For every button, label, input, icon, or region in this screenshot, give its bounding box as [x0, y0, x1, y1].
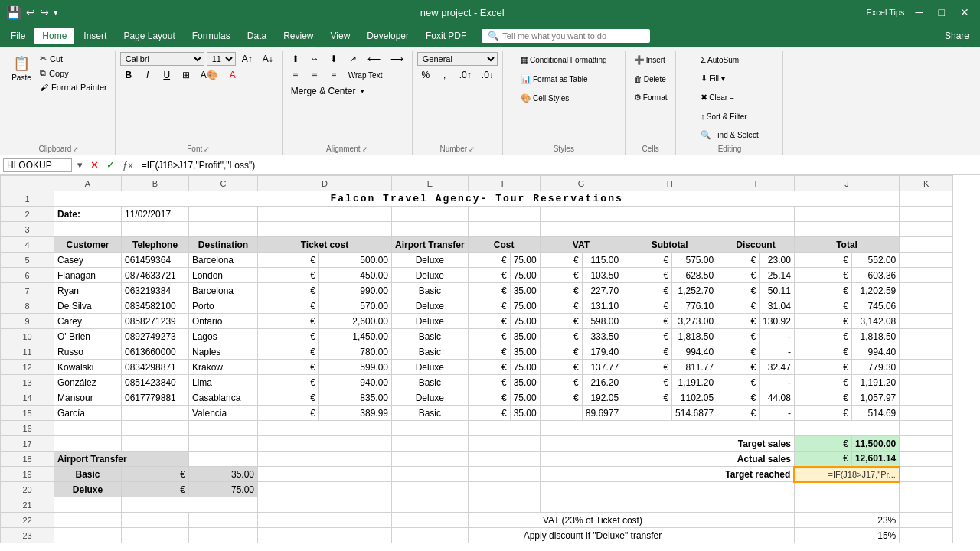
row-header-2[interactable]: 2: [1, 207, 54, 222]
cell-C4[interactable]: Destination: [189, 237, 258, 253]
cell-C14[interactable]: Casablanca: [189, 390, 258, 406]
cell-K19[interactable]: [900, 467, 953, 482]
cell-G4[interactable]: VAT: [540, 237, 622, 253]
cell-Je14[interactable]: €: [794, 390, 851, 406]
cell-D8[interactable]: 570.00: [319, 298, 392, 314]
cell-C16[interactable]: [189, 421, 258, 436]
cell-F23[interactable]: Apply discount if "Deluxe" transfer: [468, 528, 717, 543]
cell-Ge15[interactable]: [540, 406, 582, 421]
cell-E17[interactable]: [392, 436, 469, 452]
align-top-button[interactable]: ⬆: [287, 52, 304, 66]
cell-Ge14[interactable]: €: [540, 390, 582, 406]
cancel-formula-button[interactable]: ✕: [88, 159, 101, 171]
cell-E8[interactable]: Deluxe: [392, 298, 469, 314]
cell-Je17[interactable]: €: [794, 436, 851, 452]
sort-filter-button[interactable]: ↕ Sort & Filter: [697, 109, 750, 124]
cell-D20[interactable]: [258, 482, 392, 497]
number-expand-icon[interactable]: ⤢: [469, 145, 475, 153]
decrease-decimal-button[interactable]: .0↓: [478, 68, 498, 82]
cell-J8[interactable]: 745.06: [851, 298, 899, 314]
cell-J20[interactable]: [794, 482, 899, 497]
cell-A11[interactable]: Russo: [54, 344, 122, 360]
cell-Ie10[interactable]: €: [717, 329, 760, 344]
cell-I13[interactable]: -: [760, 375, 795, 390]
cell-G6[interactable]: 103.50: [582, 268, 622, 283]
copy-button[interactable]: ⧉ Copy: [37, 67, 110, 80]
cell-K3[interactable]: [900, 222, 953, 237]
font-expand-icon[interactable]: ⤢: [204, 145, 210, 153]
menu-page-layout[interactable]: Page Layout: [116, 28, 182, 44]
font-name-select[interactable]: Calibri: [120, 52, 204, 66]
minimize-button[interactable]: ─: [911, 5, 928, 20]
cell-Be19[interactable]: €: [122, 467, 189, 482]
cell-J18[interactable]: 12,601.14: [851, 452, 899, 467]
cell-C8[interactable]: Porto: [189, 298, 258, 314]
cell-B15[interactable]: [122, 406, 189, 421]
cell-He9[interactable]: €: [622, 314, 672, 329]
cell-B13[interactable]: 0851423840: [122, 375, 189, 390]
cell-De7[interactable]: €: [258, 283, 319, 298]
cell-De14[interactable]: €: [258, 390, 319, 406]
cell-G13[interactable]: 216.20: [582, 375, 622, 390]
cell-D21[interactable]: [258, 497, 392, 513]
cell-Ge10[interactable]: €: [540, 329, 582, 344]
cell-F15[interactable]: 35.00: [510, 406, 540, 421]
cell-I5[interactable]: 23.00: [760, 253, 795, 268]
cell-B3[interactable]: [122, 222, 189, 237]
cell-Je6[interactable]: €: [794, 268, 851, 283]
cell-F12[interactable]: 75.00: [510, 360, 540, 375]
row-header-17[interactable]: 17: [1, 436, 54, 452]
row-header-6[interactable]: 6: [1, 268, 54, 283]
cell-D3[interactable]: [258, 222, 392, 237]
cell-G5[interactable]: 115.00: [582, 253, 622, 268]
text-direction-button[interactable]: ↗: [345, 52, 361, 66]
cell-Ge7[interactable]: €: [540, 283, 582, 298]
cell-A14[interactable]: Mansour: [54, 390, 122, 406]
cell-G11[interactable]: 179.40: [582, 344, 622, 360]
cell-Ge12[interactable]: €: [540, 360, 582, 375]
increase-font-icon[interactable]: A↑: [238, 52, 256, 66]
cell-F13[interactable]: 35.00: [510, 375, 540, 390]
row-header-14[interactable]: 14: [1, 390, 54, 406]
cell-H3[interactable]: [622, 222, 717, 237]
cell-B20[interactable]: 75.00: [189, 482, 258, 497]
cell-E13[interactable]: Basic: [392, 375, 469, 390]
cell-De8[interactable]: €: [258, 298, 319, 314]
cell-E4[interactable]: Airport Transfer: [392, 237, 469, 253]
cell-A19[interactable]: Basic: [54, 467, 122, 482]
cell-Je5[interactable]: €: [794, 253, 851, 268]
clipboard-expand-icon[interactable]: ⤢: [73, 145, 79, 153]
cell-K2[interactable]: [900, 207, 953, 222]
cell-C6[interactable]: London: [189, 268, 258, 283]
cell-I10[interactable]: -: [760, 329, 795, 344]
cell-A6[interactable]: Flanagan: [54, 268, 122, 283]
cell-G16[interactable]: [540, 421, 622, 436]
cell-D14[interactable]: 835.00: [319, 390, 392, 406]
cell-A17[interactable]: [54, 436, 122, 452]
cell-E18[interactable]: [392, 452, 469, 467]
cell-J15[interactable]: 514.69: [851, 406, 899, 421]
row-header-13[interactable]: 13: [1, 375, 54, 390]
cell-Ge5[interactable]: €: [540, 253, 582, 268]
col-header-D[interactable]: D: [258, 176, 392, 191]
cell-C7[interactable]: Barcelona: [189, 283, 258, 298]
cell-G15[interactable]: 89.6977: [582, 406, 622, 421]
cell-A9[interactable]: Carey: [54, 314, 122, 329]
cell-F19[interactable]: [468, 467, 540, 482]
cell-I17[interactable]: Target sales: [717, 436, 795, 452]
cell-B10[interactable]: 0892749273: [122, 329, 189, 344]
cell-A10[interactable]: O' Brien: [54, 329, 122, 344]
name-box[interactable]: [3, 158, 72, 172]
cell-E16[interactable]: [392, 421, 469, 436]
cell-B8[interactable]: 0834582100: [122, 298, 189, 314]
cell-Je12[interactable]: €: [794, 360, 851, 375]
cell-I4[interactable]: Discount: [717, 237, 795, 253]
cell-E20[interactable]: [392, 482, 469, 497]
row-header-12[interactable]: 12: [1, 360, 54, 375]
col-header-E[interactable]: E: [392, 176, 469, 191]
cell-E9[interactable]: Deluxe: [392, 314, 469, 329]
cell-C9[interactable]: Ontario: [189, 314, 258, 329]
merge-expand-icon[interactable]: ▾: [361, 87, 364, 95]
menu-review[interactable]: Review: [276, 28, 321, 44]
cell-K5[interactable]: [900, 253, 953, 268]
